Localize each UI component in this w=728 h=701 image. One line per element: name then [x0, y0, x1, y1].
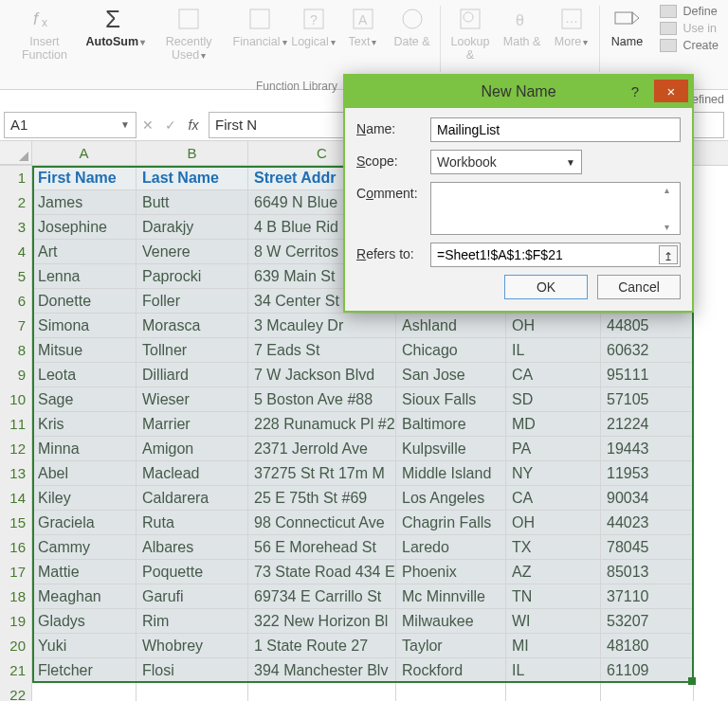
cell[interactable]: Ashland	[396, 314, 506, 338]
row-header[interactable]: 14	[0, 486, 32, 511]
cell[interactable]: MI	[506, 634, 601, 658]
name-input[interactable]	[430, 117, 681, 142]
cell[interactable]: AZ	[506, 560, 601, 584]
row-header[interactable]: 18	[0, 584, 32, 609]
cell[interactable]: Rim	[136, 609, 248, 634]
cell[interactable]: 322 New Horizon Bl	[248, 609, 396, 634]
cell[interactable]: 228 Runamuck Pl #2	[248, 412, 396, 437]
cell[interactable]: CA	[506, 363, 601, 387]
ribbon-recently-used[interactable]: Recently Used▾	[148, 4, 230, 89]
cell[interactable]: Middle Island	[396, 461, 506, 486]
cell[interactable]	[506, 683, 601, 701]
cell[interactable]: 90034	[601, 486, 694, 511]
cell[interactable]: Mitsue	[32, 338, 136, 363]
column-header[interactable]: A	[32, 141, 136, 165]
cell[interactable]: 19443	[601, 437, 694, 461]
cell[interactable]: Flosi	[136, 658, 248, 683]
select-all-corner[interactable]	[0, 141, 32, 165]
cell[interactable]: 37110	[601, 584, 694, 609]
row-header[interactable]: 11	[0, 412, 32, 437]
column-header[interactable]: B	[136, 141, 248, 165]
ribbon-logical[interactable]: ? Logical▾	[290, 4, 337, 89]
row-header[interactable]: 19	[0, 609, 32, 634]
cell[interactable]: Gladys	[32, 609, 136, 634]
cell[interactable]: James	[32, 190, 136, 215]
row-header[interactable]: 15	[0, 511, 32, 535]
cell[interactable]: 48180	[601, 634, 694, 658]
cell[interactable]: 57105	[601, 387, 694, 412]
define-name-item[interactable]: Define	[656, 4, 722, 19]
cell[interactable]: 394 Manchester Blv	[248, 658, 396, 683]
use-in-formula-item[interactable]: Use in	[656, 21, 722, 36]
cell[interactable]: Art	[32, 240, 136, 264]
cell[interactable]: Kiley	[32, 486, 136, 511]
cell[interactable]: 60632	[601, 338, 694, 363]
cell[interactable]: 7 Eads St	[248, 338, 396, 363]
cell[interactable]: 98 Connecticut Ave	[248, 511, 396, 535]
cell[interactable]: SD	[506, 387, 601, 412]
cell[interactable]: Sage	[32, 387, 136, 412]
cell[interactable]: Foller	[136, 289, 248, 314]
cell[interactable]: Caldarera	[136, 486, 248, 511]
row-header[interactable]: 3	[0, 215, 32, 240]
refers-to-input[interactable]	[430, 243, 681, 267]
name-box[interactable]: A1 ▼	[4, 112, 136, 138]
help-button[interactable]: ?	[618, 80, 652, 102]
ribbon-financial[interactable]: Financial▾	[232, 4, 288, 89]
comment-input[interactable]: ▴▾	[430, 182, 681, 235]
cell[interactable]: Mattie	[32, 560, 136, 584]
cell[interactable]: 7 W Jackson Blvd	[248, 363, 396, 387]
cell[interactable]: Maclead	[136, 461, 248, 486]
cell[interactable]: Mc Minnville	[396, 584, 506, 609]
cell[interactable]: 56 E Morehead St	[248, 535, 396, 560]
dialog-title-bar[interactable]: New Name ? ×	[345, 76, 692, 108]
cell[interactable]: Kulpsville	[396, 437, 506, 461]
row-header[interactable]: 10	[0, 387, 32, 412]
cell[interactable]: NY	[506, 461, 601, 486]
row-header[interactable]: 5	[0, 264, 32, 289]
cell[interactable]: Kris	[32, 412, 136, 437]
row-header[interactable]: 4	[0, 240, 32, 264]
cell[interactable]: Minna	[32, 437, 136, 461]
cell[interactable]: TX	[506, 535, 601, 560]
scope-select[interactable]: Workbook ▼	[430, 150, 582, 174]
row-header[interactable]: 22	[0, 683, 32, 701]
ribbon-autosum[interactable]: Σ AutoSum▾	[85, 4, 146, 89]
ribbon-insert-function[interactable]: fx Insert Function	[6, 4, 83, 89]
cell[interactable]: Abel	[32, 461, 136, 486]
cell[interactable]: Morasca	[136, 314, 248, 338]
row-header[interactable]: 6	[0, 289, 32, 314]
cell[interactable]: Butt	[136, 190, 248, 215]
ok-button[interactable]: OK	[504, 275, 588, 299]
cell[interactable]: Chagrin Falls	[396, 511, 506, 535]
cell[interactable]	[601, 683, 694, 701]
cell[interactable]: Graciela	[32, 511, 136, 535]
cell[interactable]	[248, 683, 396, 701]
row-header[interactable]: 20	[0, 634, 32, 658]
cell[interactable]: Baltimore	[396, 412, 506, 437]
cell[interactable]: San Jose	[396, 363, 506, 387]
cell[interactable]: First Name	[32, 166, 136, 190]
cell[interactable]: Last Name	[136, 166, 248, 190]
scrollbar-icon[interactable]: ▴▾	[664, 185, 678, 232]
cell[interactable]: Donette	[32, 289, 136, 314]
cell[interactable]: 5 Boston Ave #88	[248, 387, 396, 412]
cell[interactable]: Cammy	[32, 535, 136, 560]
cell[interactable]: Chicago	[396, 338, 506, 363]
cell[interactable]: Darakjy	[136, 215, 248, 240]
cell[interactable]: Los Angeles	[396, 486, 506, 511]
cell[interactable]: 78045	[601, 535, 694, 560]
cell[interactable]: Albares	[136, 535, 248, 560]
cell[interactable]: Paprocki	[136, 264, 248, 289]
cell[interactable]: Fletcher	[32, 658, 136, 683]
fx-icon[interactable]: fx	[182, 117, 205, 133]
cell[interactable]: 21224	[601, 412, 694, 437]
cell[interactable]: 44023	[601, 511, 694, 535]
cell[interactable]: Yuki	[32, 634, 136, 658]
cell[interactable]: Taylor	[396, 634, 506, 658]
row-header[interactable]: 13	[0, 461, 32, 486]
cell[interactable]: Milwaukee	[396, 609, 506, 634]
row-header[interactable]: 1	[0, 166, 32, 190]
cell[interactable]: Meaghan	[32, 584, 136, 609]
cell[interactable]: Simona	[32, 314, 136, 338]
